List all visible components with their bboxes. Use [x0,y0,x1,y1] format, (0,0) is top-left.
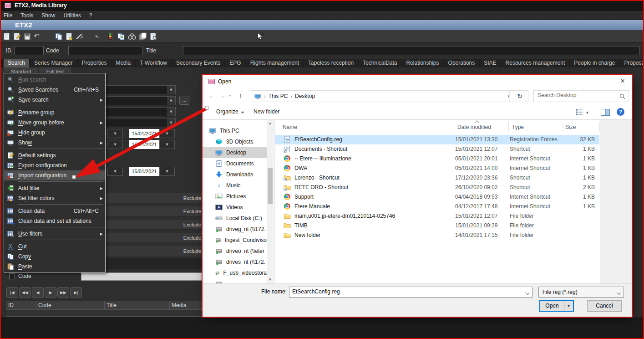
previous-record-button[interactable]: ◀ [32,287,44,298]
menu-item-run-search[interactable]: Run search [4,75,105,85]
sidebar-item-driveg-nt[interactable]: driveg_nt (\\172. [203,224,267,235]
sidebar-item-desktop[interactable]: Desktop [203,147,267,158]
next-record-button[interactable]: ▶ [45,287,56,298]
file-row-mam-folder[interactable]: mam,u001,jp-etere-dm01,210114-02574615/0… [275,211,599,221]
search-box[interactable] [533,90,629,102]
tab-proposal[interactable]: Proposal [620,59,644,67]
file-name-input[interactable] [292,288,520,295]
last-record-button[interactable]: ▶| [70,287,82,298]
tab-rights-management[interactable]: Rights management [246,59,303,67]
tab-relationships[interactable]: Relationships [402,59,443,67]
date-operator-dropdown[interactable]: ▼ [107,140,123,149]
edit-document-icon[interactable] [13,32,21,41]
tab-tapeless-reception[interactable]: Tapeless reception [304,59,358,67]
copy-rows-icon[interactable] [55,32,63,41]
chevron-down-icon[interactable] [525,291,529,295]
sidebar-item-local-disk-c[interactable]: Local Disk (C:) [203,213,267,224]
sidebar-item-this-pc[interactable]: This PC [203,125,267,136]
menu-item-default-settings[interactable]: Default settings [4,150,105,160]
tab-search[interactable]: Search [4,59,29,67]
file-row-documents-shortcut[interactable]: Documents - Shortcut15/01/2021 12:07Shor… [275,144,599,154]
file-row-support[interactable]: Support04/04/2018 09:53Internet Shortcut… [275,192,599,202]
tab-epg[interactable]: EPG [225,59,245,67]
menu-item-show[interactable]: Show ▶ [4,138,105,148]
scroll-down-icon[interactable]: ▼ [267,276,274,283]
tab-properties[interactable]: Properties [78,59,111,67]
file-row-etere-manuale[interactable]: Etere Manuale04/12/2017 17:48Internet Sh… [275,202,599,211]
open-button[interactable]: Open ▼ [539,300,574,312]
back-button[interactable]: ← [208,92,215,99]
sidebar-item-videos[interactable]: Videos [203,202,267,213]
result-col-id[interactable]: ID [6,301,36,310]
menu-item-rename-group[interactable]: Rename group [4,108,105,118]
tab-technicaldata[interactable]: TechnicalData [359,59,401,67]
fast-next-button[interactable]: ▶▶ [57,287,69,298]
date-operator-dropdown[interactable]: ▼ [107,129,123,138]
file-row-timb[interactable]: TIMB15/01/2021 09:29File folder [275,221,599,231]
scroll-up-icon[interactable]: ▲ [267,120,274,127]
preview-document-icon[interactable] [149,32,157,41]
exclude-row[interactable]: Exclude [106,246,203,256]
tab-siae[interactable]: SIAE [480,59,500,67]
menu-item-move-group-before[interactable]: Move group before ▶ [4,118,105,128]
title-input[interactable] [183,46,639,55]
media-icon[interactable] [106,32,114,41]
id-input[interactable] [15,46,44,55]
menu-item-saved-searches[interactable]: Saved Searches Ctrl+Alt+S [4,85,105,95]
file-name-combobox[interactable] [289,287,532,298]
exclude-row[interactable]: Exclude [106,206,203,216]
brush-icon[interactable] [76,32,84,41]
menu-item-save-search[interactable]: Save search ▶ [4,95,105,105]
sidebar-item-partial[interactable] [203,278,267,283]
date-field[interactable]: 15/01/2021 [129,140,159,149]
tab-resources-management[interactable]: Resources management [502,59,569,67]
file-row-etsearchconfig[interactable]: EtSearchConfig.reg15/01/2021 13:30Regist… [275,135,599,144]
menu-item-copy[interactable]: Copy [4,252,105,262]
menu-item-set-filter-colors[interactable]: Set filter colors ▶ [4,193,105,203]
close-button[interactable]: × [614,75,632,88]
sidebar-item-music[interactable]: ♪Music [203,180,267,191]
save-icon[interactable] [23,32,31,41]
sidebar-item-driveo-nt[interactable]: driveo_nt (\\eter [203,246,267,257]
file-row-new-folder[interactable]: New folder14/01/2021 17:15File folder [275,231,599,240]
tab-media[interactable]: Media [112,59,135,67]
history-chevron-icon[interactable]: ▾ [229,93,231,98]
fast-previous-button[interactable]: ◀◀ [19,287,31,298]
menu-item-use-filters[interactable]: Use filters ▶ [4,229,105,239]
date-picker-button[interactable]: ▼ [159,140,175,149]
menu-show[interactable]: Show [41,12,55,19]
date-operator-dropdown[interactable]: ▼ [107,167,123,176]
result-col-title[interactable]: Title [105,301,170,310]
menu-utilities[interactable]: Utilities [63,12,81,19]
sidebar-item-f-usb-videostorage[interactable]: F_usb_videostora [203,267,267,278]
tab-series-manager[interactable]: Series Manager [30,59,77,67]
file-row-etere-illuminazione[interactable]: -- Etere -- Illuminazione05/01/2021 20:0… [275,154,599,164]
sidebar-item-drives-nt[interactable]: drives_nt (\\172. [203,257,267,267]
search-input[interactable] [538,92,615,98]
new-document-icon[interactable] [3,32,11,41]
exclude-row[interactable]: Exclude [106,233,203,243]
result-col-code[interactable]: Code [36,301,105,310]
view-mode-icon[interactable] [576,108,583,116]
code-checkbox[interactable] [9,273,15,279]
chevron-down-icon[interactable]: ▼ [167,86,175,94]
tab-t-workflow[interactable]: T-Workflow [136,59,171,67]
sidebar-item-documents[interactable]: Documents [203,158,267,169]
tab-operations[interactable]: Operations [444,59,479,67]
undo-icon[interactable]: ↶ [34,32,42,41]
exclude-row[interactable]: Exclude [106,220,203,230]
file-row-rete-oro-shortcut[interactable]: RETE ORO - Shortcut26/10/2020 09:02Short… [275,183,599,192]
file-row-lorenzo-shortcut[interactable]: Lorenzo - Shortcut17/12/2020 23:36Shortc… [275,173,599,183]
help-button[interactable]: ? [617,108,624,116]
chevron-down-icon[interactable]: ▼ [167,108,175,116]
result-col-media[interactable]: Media [170,301,203,310]
date-picker-button[interactable]: ▼ [159,129,175,138]
menu-item-clean-data[interactable]: Clean data Ctrl+Alt+C [4,206,105,216]
column-header-name[interactable]: Name [283,124,297,130]
duplicate-media-icon[interactable] [117,32,125,41]
sidebar-item-pictures[interactable]: Pictures [203,191,267,202]
pages-icon[interactable] [139,32,147,41]
file-type-dropdown[interactable]: File reg (*.reg) [538,287,624,298]
sidebar-item-downloads[interactable]: Downloads [203,169,267,180]
code-value-field[interactable] [81,272,203,281]
